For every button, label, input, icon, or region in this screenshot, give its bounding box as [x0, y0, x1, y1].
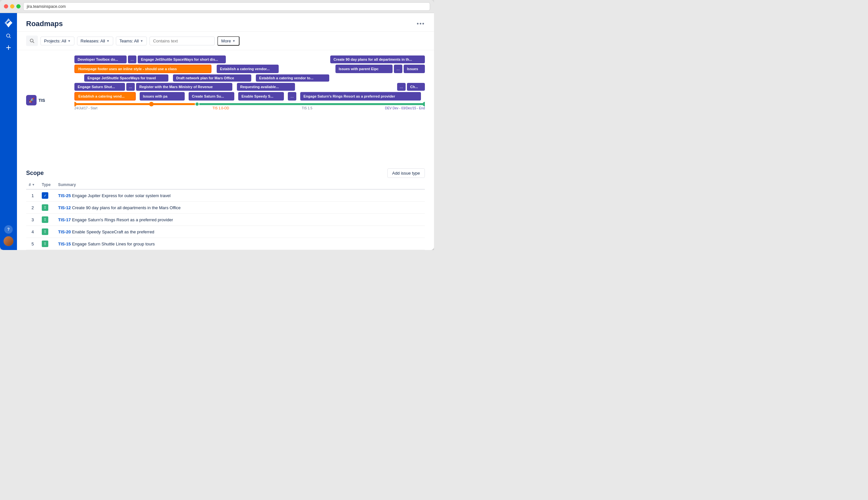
- jira-logo[interactable]: [3, 17, 14, 29]
- epic-row-1: Developer Toolbox do... ... Engage JetSh…: [75, 56, 425, 63]
- projects-chevron-icon: ▼: [68, 39, 71, 43]
- epic-bar[interactable]: Create Saturn Su...: [189, 92, 234, 101]
- create-icon[interactable]: [4, 43, 13, 52]
- col-header-type: Type: [39, 181, 56, 189]
- epic-row-5: Establish a catering vend... Issues with…: [75, 92, 425, 101]
- avatar-image: [3, 236, 13, 246]
- sort-chevron-icon: ▼: [32, 183, 35, 186]
- scope-header: Scope Add issue type: [26, 164, 425, 181]
- table-row: 1✓TIS-25 Engage Jupiter Express for oute…: [26, 189, 425, 202]
- issue-summary: Create 90 day plans for all departments …: [72, 205, 181, 210]
- row-number: 4: [26, 226, 39, 238]
- sidebar: ?: [0, 13, 17, 250]
- teams-chevron-icon: ▼: [140, 39, 143, 43]
- epic-dots[interactable]: ...: [394, 65, 402, 73]
- svg-point-4: [30, 39, 33, 42]
- epic-bar[interactable]: Issues with pa: [140, 92, 185, 101]
- epic-bar[interactable]: Register with the Mars Ministry of Reven…: [136, 83, 232, 91]
- timeline-od-label: TIS 1.0-OD: [213, 106, 229, 110]
- epic-bar[interactable]: Create 90 day plans for all departments …: [330, 56, 425, 63]
- epic-bar[interactable]: Engage Saturn's Rings Resort as a prefer…: [300, 92, 421, 101]
- epic-bar[interactable]: Ch...: [407, 83, 425, 91]
- epic-row-4: Engage Saturn Shut... ... Register with …: [75, 83, 425, 91]
- teams-filter[interactable]: Teams: All ▼: [116, 36, 147, 45]
- timeline-end-marker: [423, 102, 425, 106]
- sidebar-bottom: ?: [3, 225, 13, 246]
- timeline-start-label: 24/Jul/17 - Start: [75, 106, 98, 110]
- issue-key[interactable]: TIS-25: [58, 193, 72, 198]
- table-row: 4⇧TIS-20 Enable Speedy SpaceCraft as the…: [26, 226, 425, 238]
- epic-bar[interactable]: Establish a catering vendor to...: [256, 75, 329, 82]
- releases-filter[interactable]: Releases: All ▼: [77, 36, 113, 45]
- row-type: ⇧: [39, 214, 56, 226]
- row-summary: TIS-12 Create 90 day plans for all depar…: [56, 202, 425, 214]
- releases-chevron-icon: ▼: [106, 39, 110, 43]
- browser-toolbar: jira.teamsinspace.com: [0, 0, 434, 13]
- svg-line-1: [10, 37, 10, 38]
- epic-bar[interactable]: Engage JetShuttle SpaceWays for travel: [84, 75, 168, 82]
- close-button[interactable]: [4, 4, 8, 9]
- epic-bar[interactable]: Developer Toolbox do...: [75, 56, 127, 63]
- main-content: Roadmaps ••• Projects: All ▼ Releases: A…: [17, 13, 434, 250]
- issue-key[interactable]: TIS-17: [58, 217, 72, 222]
- avatar[interactable]: [3, 236, 13, 246]
- epic-bar[interactable]: Requesting avaliable...: [237, 83, 295, 91]
- epic-icon: ⇧: [42, 228, 48, 235]
- row-number: 2: [26, 202, 39, 214]
- more-chevron-icon: ▼: [232, 39, 236, 43]
- scope-section: Scope Add issue type # ▼: [17, 164, 434, 250]
- row-number: 3: [26, 214, 39, 226]
- story-icon: ✓: [42, 192, 48, 199]
- timeline-od-marker: [149, 102, 154, 106]
- epic-row-3: Engage JetShuttle SpaceWays for travel D…: [84, 75, 425, 82]
- epic-bar[interactable]: Homepage footer uses an inline style - s…: [75, 65, 212, 73]
- epic-bar[interactable]: Engage Saturn Shut...: [75, 83, 125, 91]
- row-number: 1: [26, 189, 39, 202]
- help-icon[interactable]: ?: [4, 225, 13, 234]
- epic-bar[interactable]: Establish a catering vend...: [75, 92, 136, 101]
- issue-key[interactable]: TIS-12: [58, 205, 72, 210]
- tis-project-label: TIS: [38, 98, 45, 103]
- search-box[interactable]: [26, 36, 38, 46]
- issue-key[interactable]: TIS-15: [58, 241, 72, 247]
- epic-bar[interactable]: Issues with parent Eipc: [335, 65, 392, 73]
- roadmap-container: 🚀 TIS Developer Toolbox do... ... Engage…: [17, 50, 434, 164]
- add-issue-type-button[interactable]: Add issue type: [387, 168, 425, 178]
- col-header-num[interactable]: # ▼: [26, 181, 39, 189]
- more-options-button[interactable]: •••: [417, 21, 425, 27]
- traffic-lights: [4, 4, 21, 9]
- minimize-button[interactable]: [10, 4, 14, 9]
- epic-dots[interactable]: ...: [397, 83, 406, 91]
- epic-icon: ⇧: [42, 204, 48, 211]
- epic-dots[interactable]: ...: [126, 83, 135, 91]
- epic-bar[interactable]: Engage JetShuttle SpaceWays for short di…: [138, 56, 226, 63]
- maximize-button[interactable]: [16, 4, 21, 9]
- more-filter-button[interactable]: More ▼: [217, 36, 240, 46]
- page-title: Roadmaps: [26, 20, 62, 28]
- row-type: ⇧: [39, 238, 56, 250]
- epic-bar[interactable]: Draft network plan for Mars Office: [173, 75, 251, 82]
- svg-line-5: [33, 42, 34, 43]
- timeline-15-marker: [195, 102, 199, 106]
- app-layout: ? Roadmaps •••: [0, 13, 434, 250]
- page-header: Roadmaps •••: [17, 13, 434, 32]
- epic-bar[interactable]: Establish a catering vendor...: [217, 65, 279, 73]
- projects-filter[interactable]: Projects: All ▼: [41, 36, 75, 45]
- epic-icon: ⇧: [42, 240, 48, 247]
- row-summary: TIS-20 Enable Speedy SpaceCraft as the p…: [56, 226, 425, 238]
- row-summary: TIS-15 Engage Saturn Shuttle Lines for g…: [56, 238, 425, 250]
- row-type: ✓: [39, 189, 56, 202]
- search-icon[interactable]: [4, 31, 13, 41]
- issue-summary: Enable Speedy SpaceCraft as the preferre…: [72, 229, 155, 234]
- browser-window: jira.teamsinspace.com: [0, 0, 434, 250]
- epic-bar[interactable]: Issues: [404, 65, 425, 73]
- text-filter-input[interactable]: [149, 36, 215, 45]
- table-row: 2⇧TIS-12 Create 90 day plans for all dep…: [26, 202, 425, 214]
- epic-dots[interactable]: ...: [128, 56, 136, 63]
- row-type: ⇧: [39, 202, 56, 214]
- epic-dots[interactable]: ...: [288, 92, 296, 101]
- issue-key[interactable]: TIS-20: [58, 229, 72, 234]
- row-type: ⇧: [39, 226, 56, 238]
- epic-bar[interactable]: Enable Speedy S...: [238, 92, 284, 101]
- url-bar[interactable]: jira.teamsinspace.com: [23, 2, 430, 11]
